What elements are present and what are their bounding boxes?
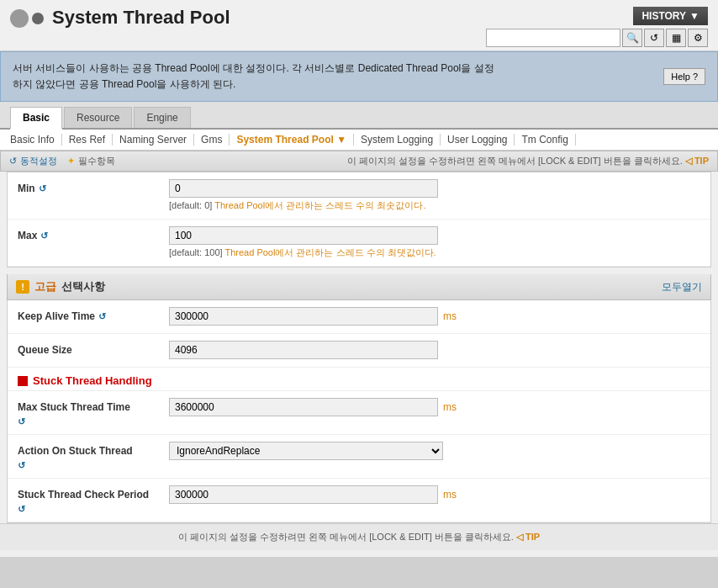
help-button[interactable]: Help ? bbox=[663, 68, 705, 85]
advanced-section-header: ! 고급 선택사항 모두열기 bbox=[7, 274, 711, 300]
field-label-action-stuck: Action On Stuck Thread ↺ bbox=[18, 442, 169, 471]
red-square-icon bbox=[18, 376, 28, 386]
field-label-stuck-check-period: Stuck Thread Check Period ↺ bbox=[18, 485, 169, 515]
search-button[interactable]: 🔍 bbox=[622, 29, 642, 47]
field-value-keep-alive: ms bbox=[169, 307, 700, 326]
field-value-min: [default: 0] Thread Pool에서 관리하는 스레드 수의 최… bbox=[169, 179, 700, 212]
field-value-stuck-check-period: ms bbox=[169, 485, 700, 504]
sub-nav: Basic Info Res Ref Naming Server Gms Sys… bbox=[0, 130, 718, 151]
required-items-toggle[interactable]: ✦ 필수항목 bbox=[67, 155, 115, 167]
subnav-res-ref[interactable]: Res Ref bbox=[62, 134, 113, 146]
subnav-naming-server[interactable]: Naming Server bbox=[113, 134, 194, 146]
field-label-max: Max ↺ bbox=[18, 226, 169, 241]
settings-button[interactable]: ⚙ bbox=[688, 29, 708, 47]
keep-alive-refresh-icon[interactable]: ↺ bbox=[98, 311, 106, 322]
page-title: System Thread Pool bbox=[52, 7, 230, 29]
dynamic-setting-toggle[interactable]: ↺ 동적설정 bbox=[9, 155, 57, 167]
field-row-max: Max ↺ [default: 100] Thread Pool에서 관리하는 … bbox=[8, 220, 710, 267]
refresh-button[interactable]: ↺ bbox=[644, 29, 664, 47]
tab-resource[interactable]: Resource bbox=[64, 107, 132, 128]
info-banner: 서버 서비스들이 사용하는 공용 Thread Pool에 대한 설정이다. 각… bbox=[0, 51, 718, 102]
tab-basic[interactable]: Basic bbox=[10, 107, 62, 130]
field-row-keep-alive: Keep Alive Time ↺ ms bbox=[8, 300, 710, 334]
advanced-content-area: Keep Alive Time ↺ ms Queue Size bbox=[7, 300, 711, 523]
subnav-user-logging[interactable]: User Logging bbox=[441, 134, 515, 146]
min-input[interactable] bbox=[169, 179, 438, 198]
subnav-gms[interactable]: Gms bbox=[194, 134, 230, 146]
field-label-min: Min ↺ bbox=[18, 179, 169, 194]
expand-all-button[interactable]: 모두열기 bbox=[662, 280, 702, 294]
action-stuck-refresh-icon[interactable]: ↺ bbox=[18, 460, 25, 471]
stuck-check-period-input[interactable] bbox=[169, 485, 438, 504]
queue-size-input[interactable] bbox=[169, 341, 438, 359]
max-stuck-time-input[interactable] bbox=[169, 398, 438, 416]
tab-engine[interactable]: Engine bbox=[134, 107, 190, 128]
field-value-queue-size bbox=[169, 341, 700, 359]
tab-bar: Basic Resource Engine bbox=[0, 102, 718, 130]
field-row-min: Min ↺ [default: 0] Thread Pool에서 관리하는 스레… bbox=[8, 172, 710, 220]
field-value-max: [default: 100] Thread Pool에서 관리하는 스레드 수의… bbox=[169, 226, 700, 259]
history-button[interactable]: HISTORY ▼ bbox=[633, 7, 708, 25]
field-row-max-stuck-time: Max Stuck Thread Time ↺ ms bbox=[8, 391, 710, 435]
max-stuck-refresh-icon[interactable]: ↺ bbox=[18, 416, 25, 427]
action-stuck-select[interactable]: IgnoreAndReplace Ignore Replace bbox=[169, 442, 443, 460]
subnav-tm-config[interactable]: Tm Config bbox=[515, 134, 575, 146]
max-refresh-icon[interactable]: ↺ bbox=[40, 230, 48, 241]
subnav-basic-info[interactable]: Basic Info bbox=[10, 134, 62, 146]
field-label-max-stuck-time: Max Stuck Thread Time ↺ bbox=[18, 398, 169, 427]
subnav-system-logging[interactable]: System Logging bbox=[354, 134, 441, 146]
field-value-max-stuck-time: ms bbox=[169, 398, 700, 416]
bottom-tip-bar: 이 페이지의 설정을 수정하려면 왼쪽 메뉴에서 [LOCK & EDIT] 버… bbox=[0, 523, 718, 550]
subnav-system-thread-pool[interactable]: System Thread Pool ▼ bbox=[230, 134, 354, 146]
field-label-queue-size: Queue Size bbox=[18, 341, 169, 356]
grid-button[interactable]: ▦ bbox=[666, 29, 686, 47]
stuck-thread-section-title: Stuck Thread Handling bbox=[8, 368, 710, 391]
stuck-check-refresh-icon[interactable]: ↺ bbox=[18, 504, 25, 515]
keep-alive-input[interactable] bbox=[169, 307, 438, 326]
field-row-stuck-check-period: Stuck Thread Check Period ↺ ms bbox=[8, 479, 710, 522]
field-row-queue-size: Queue Size bbox=[8, 334, 710, 368]
basic-content-area: Min ↺ [default: 0] Thread Pool에서 관리하는 스레… bbox=[7, 172, 711, 268]
warning-icon: ! bbox=[16, 280, 29, 294]
field-label-keep-alive: Keep Alive Time ↺ bbox=[18, 307, 169, 322]
section-header: ↺ 동적설정 ✦ 필수항목 이 페이지의 설정을 수정하려면 왼쪽 메뉴에서 [… bbox=[0, 151, 718, 172]
field-value-action-stuck: IgnoreAndReplace Ignore Replace bbox=[169, 442, 700, 460]
min-refresh-icon[interactable]: ↺ bbox=[39, 183, 46, 194]
max-input[interactable] bbox=[169, 226, 438, 245]
field-row-action-stuck: Action On Stuck Thread ↺ IgnoreAndReplac… bbox=[8, 435, 710, 479]
search-input[interactable] bbox=[486, 29, 620, 47]
